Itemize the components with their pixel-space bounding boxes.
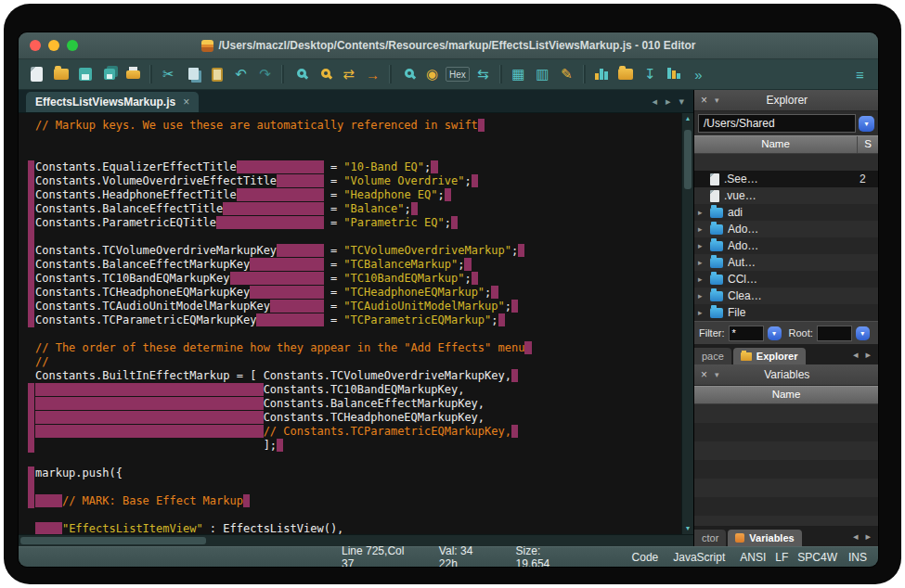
file-name: Ado… <box>728 239 860 252</box>
document-tab[interactable]: EffectsListViewsMarkup.js × <box>26 92 199 112</box>
spacing-indicator[interactable]: SPC4 <box>797 551 826 564</box>
open-file-icon[interactable] <box>50 64 71 85</box>
chart-icon[interactable] <box>664 64 685 85</box>
vertical-scrollbar[interactable]: ▴ ▾ <box>681 113 693 534</box>
file-row[interactable]: ▸adi <box>694 204 878 221</box>
path-input[interactable]: /Users/Shared <box>698 114 856 133</box>
save-file-icon[interactable] <box>74 64 96 85</box>
tab-list-dropdown-icon[interactable]: ▾ <box>679 96 684 108</box>
file-row[interactable]: .See…2 <box>694 171 878 187</box>
filter-input[interactable]: * <box>729 326 764 341</box>
code-string: "TC10BandEQMarkup" <box>343 272 464 285</box>
line-ending-indicator[interactable]: LF <box>775 551 788 564</box>
variables-column-header-name[interactable]: Name <box>694 387 878 403</box>
edit-mode-indicator[interactable]: Code <box>632 551 659 564</box>
chevron-right-icon[interactable]: ▸ <box>698 275 710 284</box>
chevron-right-icon[interactable]: ▸ <box>698 208 710 217</box>
encoding-indicator[interactable]: ANSI <box>740 551 766 564</box>
insert-mode-indicator[interactable]: INS <box>848 551 867 564</box>
hex-mode-icon[interactable]: Hex <box>446 67 470 82</box>
file-row[interactable]: .vue… <box>694 187 878 204</box>
find-next-icon[interactable] <box>314 64 335 85</box>
code-editor[interactable]: // Markup keys. We use these are automat… <box>19 113 681 534</box>
chevron-right-icon[interactable]: ▸ <box>698 224 710 234</box>
chevron-right-icon[interactable]: ▸ <box>698 241 710 250</box>
column-header-size[interactable]: S <box>858 136 878 153</box>
find-in-files-icon[interactable] <box>397 64 419 85</box>
file-row[interactable]: ▸CCl… <box>694 271 878 288</box>
explorer-close-icon[interactable]: × <box>701 94 707 107</box>
tab-nav-right-icon[interactable]: ▸ <box>666 96 671 108</box>
file-row[interactable]: ▸File <box>694 304 878 321</box>
panel-nav-right-icon[interactable]: ▸ <box>865 530 871 543</box>
root-input[interactable] <box>817 326 852 341</box>
variables-menu-dropdown-icon[interactable]: ▾ <box>715 370 719 379</box>
vertical-scroll-thumb[interactable] <box>684 130 692 189</box>
code-selection <box>511 425 518 438</box>
editor-area: // Markup keys. We use these are automat… <box>19 113 693 534</box>
overflow-icon[interactable]: » <box>688 64 709 85</box>
folder-icon <box>741 352 752 361</box>
file-row[interactable] <box>694 154 878 171</box>
print-icon[interactable] <box>123 64 144 85</box>
column-header-name[interactable]: Name <box>694 136 857 153</box>
menu-icon[interactable]: ≡ <box>849 64 871 85</box>
bookmark-icon[interactable]: ◉ <box>421 64 443 85</box>
save-all-icon[interactable] <box>98 64 120 85</box>
replace-icon[interactable]: ⇄ <box>338 64 359 85</box>
toolbar-separator <box>281 65 284 83</box>
import-icon[interactable]: ↧ <box>640 64 661 85</box>
path-dropdown-button[interactable]: ▾ <box>859 116 874 132</box>
tab-close-icon[interactable]: × <box>183 96 189 109</box>
chevron-right-icon[interactable]: ▸ <box>698 258 710 267</box>
goto-icon[interactable]: → <box>362 64 383 85</box>
scroll-up-icon[interactable]: ▴ <box>682 114 693 123</box>
panel-nav-left-icon[interactable]: ◂ <box>853 349 859 361</box>
convert-icon[interactable]: ⇆ <box>472 64 494 85</box>
zoom-window-button[interactable] <box>67 40 78 51</box>
calculator-icon[interactable]: ▦ <box>508 64 529 85</box>
tab-workspace[interactable]: pace <box>694 348 731 364</box>
tab-explorer[interactable]: Explorer <box>733 348 806 364</box>
tab-nav-left-icon[interactable]: ◂ <box>652 96 657 108</box>
horizontal-scroll-thumb[interactable] <box>20 537 206 544</box>
file-row[interactable]: ▸Clea… <box>694 288 878 304</box>
grid-view-icon[interactable]: ▥ <box>532 64 553 85</box>
tools-icon[interactable]: ✎ <box>556 64 577 85</box>
import-folder-icon[interactable] <box>615 64 637 85</box>
filter-dropdown-button[interactable]: ▾ <box>768 326 782 340</box>
code-text: Constants.TCHeadphoneEQMarkupKey <box>35 286 250 299</box>
syntax-indicator[interactable]: JavaScript <box>673 551 725 564</box>
file-row[interactable]: ▸Ado… <box>694 237 878 254</box>
file-row[interactable]: ▸Ado… <box>694 221 878 237</box>
tab-explorer-label: Explorer <box>756 351 798 362</box>
cut-icon[interactable]: ✂ <box>158 64 179 85</box>
root-dropdown-button[interactable]: ▾ <box>856 326 870 340</box>
variables-list-header: Name <box>694 386 878 404</box>
tab-variables[interactable]: Variables <box>728 530 801 546</box>
explorer-menu-dropdown-icon[interactable]: ▾ <box>715 96 719 105</box>
line-selection-marker <box>28 494 34 508</box>
variables-empty-row <box>694 516 878 526</box>
copy-icon[interactable] <box>182 64 203 85</box>
panel-nav-right-icon[interactable]: ▸ <box>865 349 871 361</box>
histogram-icon[interactable] <box>591 64 613 85</box>
scroll-down-icon[interactable]: ▾ <box>682 524 693 533</box>
tab-inspector[interactable]: ctor <box>694 530 726 546</box>
chevron-right-icon[interactable]: ▸ <box>698 308 710 317</box>
title-bar[interactable]: /Users/maczl/Desktop/Contents/Resources/… <box>19 32 878 59</box>
paste-icon[interactable] <box>206 64 227 85</box>
new-file-icon[interactable] <box>26 64 47 85</box>
redo-icon[interactable]: ↷ <box>254 64 276 85</box>
explorer-tab-strip: pace Explorer ◂ ▸ <box>694 344 878 364</box>
undo-icon[interactable]: ↶ <box>230 64 252 85</box>
minimize-window-button[interactable] <box>48 40 59 51</box>
file-row[interactable]: ▸Aut… <box>694 254 878 271</box>
chevron-right-icon[interactable]: ▸ <box>698 291 710 300</box>
close-window-button[interactable] <box>30 40 41 51</box>
document-tab-label: EffectsListViewsMarkup.js <box>35 96 175 109</box>
variables-close-icon[interactable]: × <box>701 368 707 381</box>
find-icon[interactable] <box>290 64 311 85</box>
panel-nav-left-icon[interactable]: ◂ <box>853 530 859 543</box>
write-mode-indicator[interactable]: W <box>827 551 837 564</box>
